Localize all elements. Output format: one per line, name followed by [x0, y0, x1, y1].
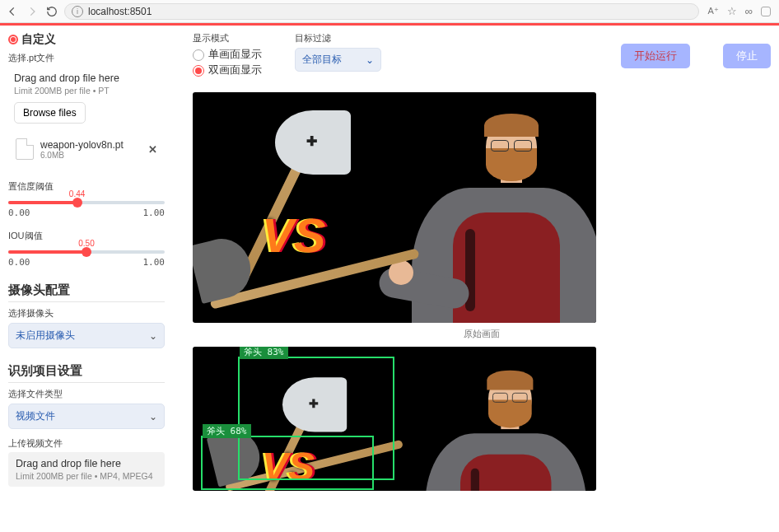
- project-heading: 识别项目设置: [8, 363, 165, 379]
- filetype-selected: 视频文件: [16, 409, 55, 423]
- remove-file-icon[interactable]: ✕: [148, 143, 157, 156]
- filetype-label: 选择文件类型: [8, 388, 165, 400]
- confidence-value: 0.44: [69, 189, 85, 198]
- target-selected: 全部目标: [302, 53, 342, 67]
- file-size: 6.0MB: [40, 151, 124, 160]
- stop-button[interactable]: 停止: [723, 44, 771, 68]
- radio-icon: [193, 65, 204, 77]
- uploaded-file-row: weapon-yolov8n.pt 6.0MB ✕: [14, 135, 159, 163]
- read-aloud-icon[interactable]: A⁺: [707, 6, 718, 16]
- target-select[interactable]: 全部目标 ⌄: [295, 48, 381, 72]
- camera-selected: 未启用摄像头: [16, 329, 75, 343]
- target-filter-label: 目标过滤: [295, 32, 381, 44]
- start-button[interactable]: 开始运行: [621, 44, 690, 68]
- main-panel: 显示模式 单画面显示 双画面显示 目标过滤 全部目标 ⌄ 开始运行 停止: [173, 26, 779, 532]
- infinity-icon[interactable]: ∞: [745, 5, 753, 17]
- radio-icon: [193, 49, 204, 61]
- back-icon[interactable]: [5, 4, 20, 19]
- url-bar[interactable]: i localhost:8501: [64, 3, 699, 20]
- uploader-hint: Limit 200MB per file • PT: [14, 86, 159, 96]
- detection-box: 斧头 68%: [201, 436, 374, 490]
- site-info-icon[interactable]: i: [72, 6, 83, 17]
- forward-icon[interactable]: [25, 4, 40, 19]
- sidebar: 自定义 选择.pt文件 Drag and drop file here Limi…: [0, 26, 173, 532]
- pt-uploader[interactable]: Drag and drop file here Limit 200MB per …: [8, 67, 165, 169]
- confidence-thumb[interactable]: [72, 198, 82, 208]
- confidence-label: 置信度阈值: [8, 180, 165, 193]
- iou-min: 0.00: [8, 257, 30, 268]
- video-uploader[interactable]: Drag and drop file here Limit 200MB per …: [8, 452, 165, 487]
- file-icon: [16, 138, 34, 160]
- display-single-radio[interactable]: 单画面显示: [193, 48, 262, 62]
- display-single-text: 单画面显示: [208, 48, 262, 62]
- url-text: localhost:8501: [88, 6, 152, 17]
- browser-bar: i localhost:8501 A⁺ ☆ ∞: [0, 0, 779, 23]
- camera-select[interactable]: 未启用摄像头 ⌄: [8, 323, 165, 348]
- iou-max: 1.00: [143, 257, 166, 268]
- divider: [8, 301, 165, 302]
- chevron-down-icon: ⌄: [366, 54, 374, 66]
- display-mode: 显示模式 单画面显示 双画面显示: [193, 32, 262, 79]
- detection-label: 斧头 68%: [203, 424, 251, 438]
- display-dual-text: 双画面显示: [208, 63, 262, 77]
- detected-image: VS 斧头 83%斧头 68%: [193, 347, 596, 491]
- confidence-slider[interactable]: 置信度阈值 0.44 0.00 1.00: [8, 180, 165, 218]
- sidebar-title: 自定义: [8, 32, 165, 47]
- more-icon[interactable]: [761, 7, 771, 16]
- confidence-min: 0.00: [8, 208, 30, 218]
- camera-heading: 摄像头配置: [8, 282, 165, 298]
- uploader-drop-text: Drag and drop file here: [14, 72, 159, 84]
- person-figure: [418, 349, 586, 491]
- vs-text: VS: [262, 208, 325, 263]
- iou-slider[interactable]: IOU阈值 0.50 0.00 1.00: [8, 230, 165, 268]
- title-text: 自定义: [21, 32, 56, 47]
- browse-files-button[interactable]: Browse files: [14, 102, 86, 124]
- divider: [8, 382, 165, 383]
- iou-value: 0.50: [78, 239, 94, 248]
- iou-thumb[interactable]: [82, 247, 91, 257]
- refresh-icon[interactable]: [44, 4, 59, 19]
- pt-file-label: 选择.pt文件: [8, 52, 165, 64]
- filetype-select[interactable]: 视频文件 ⌄: [8, 404, 165, 429]
- target-filter: 目标过滤 全部目标 ⌄: [295, 32, 381, 72]
- original-caption: 原始画面: [193, 328, 771, 340]
- display-mode-label: 显示模式: [193, 32, 262, 44]
- confidence-max: 1.00: [143, 208, 166, 218]
- upload-video-label: 上传视频文件: [8, 437, 165, 450]
- chevron-down-icon: ⌄: [149, 330, 157, 342]
- detection-label: 斧头 83%: [240, 347, 288, 359]
- top-controls: 显示模式 单画面显示 双画面显示 目标过滤 全部目标 ⌄ 开始运行 停止: [193, 32, 771, 79]
- favorite-icon[interactable]: ☆: [727, 5, 737, 17]
- file-name: weapon-yolov8n.pt: [40, 139, 124, 151]
- display-dual-radio[interactable]: 双画面显示: [193, 63, 262, 77]
- chevron-down-icon: ⌄: [149, 411, 157, 422]
- video-hint: Limit 200MB per file • MP4, MPEG4: [16, 471, 157, 481]
- title-dot-icon: [8, 35, 18, 44]
- person-figure: [403, 92, 596, 323]
- original-image: VS: [193, 92, 596, 323]
- camera-select-label: 选择摄像头: [8, 307, 165, 320]
- video-drop-text: Drag and drop file here: [16, 458, 157, 469]
